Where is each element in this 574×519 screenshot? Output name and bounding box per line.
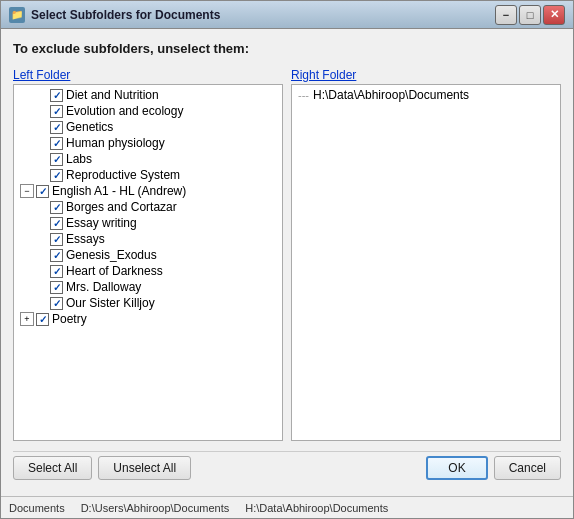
list-item[interactable]: − English A1 - HL (Andrew)	[16, 183, 280, 199]
status-item-3: H:\Data\Abhiroop\Documents	[245, 502, 388, 514]
right-panel-path: H:\Data\Abhiroop\Documents	[313, 88, 469, 102]
list-item[interactable]: Reproductive System	[16, 167, 280, 183]
list-item[interactable]: Human physiology	[16, 135, 280, 151]
checkbox[interactable]	[50, 89, 63, 102]
left-panel: Left Folder Diet and Nutrition Evolution…	[13, 68, 283, 441]
list-item[interactable]: Diet and Nutrition	[16, 87, 280, 103]
left-panel-content[interactable]: Diet and Nutrition Evolution and ecology…	[13, 84, 283, 441]
checkbox[interactable]	[50, 217, 63, 230]
checkbox[interactable]	[50, 153, 63, 166]
checkbox[interactable]	[50, 233, 63, 246]
title-bar: 📁 Select Subfolders for Documents − □ ✕	[1, 1, 573, 29]
right-panel-content[interactable]: --- H:\Data\Abhiroop\Documents	[291, 84, 561, 441]
window-title: Select Subfolders for Documents	[31, 8, 495, 22]
list-item[interactable]: Borges and Cortazar	[16, 199, 280, 215]
maximize-button[interactable]: □	[519, 5, 541, 25]
unselect-all-button[interactable]: Unselect All	[98, 456, 191, 480]
bottom-buttons: Select All Unselect All OK Cancel	[13, 451, 561, 484]
checkbox[interactable]	[50, 169, 63, 182]
list-item[interactable]: Heart of Darkness	[16, 263, 280, 279]
right-panel-label[interactable]: Right Folder	[291, 68, 561, 82]
checkbox[interactable]	[50, 105, 63, 118]
instruction-text: To exclude subfolders, unselect them:	[13, 41, 561, 56]
dialog-content: To exclude subfolders, unselect them: Le…	[1, 29, 573, 496]
checkbox[interactable]	[50, 201, 63, 214]
minimize-button[interactable]: −	[495, 5, 517, 25]
list-item[interactable]: + Poetry	[16, 311, 280, 327]
list-item[interactable]: Essays	[16, 231, 280, 247]
checkbox[interactable]	[50, 137, 63, 150]
status-item-1: Documents	[9, 502, 65, 514]
close-button[interactable]: ✕	[543, 5, 565, 25]
expander-icon[interactable]: +	[20, 312, 34, 326]
panels-container: Left Folder Diet and Nutrition Evolution…	[13, 68, 561, 441]
list-item[interactable]: Evolution and ecology	[16, 103, 280, 119]
checkbox[interactable]	[50, 265, 63, 278]
list-item[interactable]: Our Sister Killjoy	[16, 295, 280, 311]
checkbox[interactable]	[50, 249, 63, 262]
status-bar: Documents D:\Users\Abhiroop\Documents H:…	[1, 496, 573, 518]
expander-icon[interactable]: −	[20, 184, 34, 198]
status-item-2: D:\Users\Abhiroop\Documents	[81, 502, 230, 514]
list-item[interactable]: Labs	[16, 151, 280, 167]
list-item[interactable]: Mrs. Dalloway	[16, 279, 280, 295]
left-panel-label[interactable]: Left Folder	[13, 68, 283, 82]
window-icon: 📁	[9, 7, 25, 23]
list-item[interactable]: Genetics	[16, 119, 280, 135]
checkbox[interactable]	[50, 281, 63, 294]
list-item[interactable]: Essay writing	[16, 215, 280, 231]
right-panel: Right Folder --- H:\Data\Abhiroop\Docume…	[291, 68, 561, 441]
cancel-button[interactable]: Cancel	[494, 456, 561, 480]
checkbox[interactable]	[36, 313, 49, 326]
list-item: --- H:\Data\Abhiroop\Documents	[294, 87, 558, 103]
list-item[interactable]: Genesis_Exodus	[16, 247, 280, 263]
checkbox[interactable]	[36, 185, 49, 198]
ok-button[interactable]: OK	[426, 456, 487, 480]
main-window: 📁 Select Subfolders for Documents − □ ✕ …	[0, 0, 574, 519]
checkbox[interactable]	[50, 121, 63, 134]
select-all-button[interactable]: Select All	[13, 456, 92, 480]
checkbox[interactable]	[50, 297, 63, 310]
title-bar-buttons: − □ ✕	[495, 5, 565, 25]
